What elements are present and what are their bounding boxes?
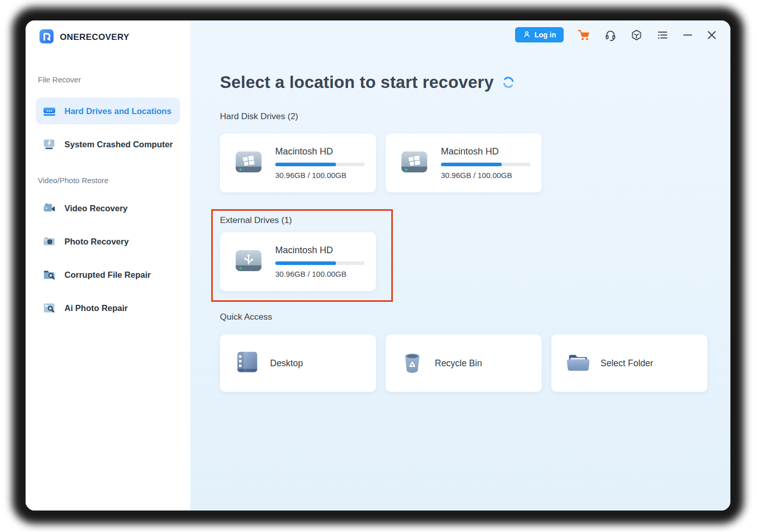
- drive-card-external-macintosh-hd[interactable]: Macintosh HD 30.96GB / 100.00GB: [220, 232, 376, 291]
- drive-usage-text: 30.96GB / 100.00GB: [441, 171, 530, 180]
- sidebar-item-label: System Crashed Computer: [64, 140, 173, 149]
- sidebar-item-label: Ai Photo Repair: [64, 303, 128, 313]
- usb-drive-icon: [234, 248, 263, 275]
- app-title: ONERECOVERY: [60, 32, 129, 42]
- product-cube-icon[interactable]: [630, 29, 643, 41]
- close-button[interactable]: [706, 30, 717, 40]
- sidebar-item-label: Video Recovery: [64, 204, 128, 213]
- app-logo: ONERECOVERY: [26, 29, 190, 46]
- main-panel: Log in: [190, 20, 730, 511]
- desktop-icon: [233, 350, 261, 376]
- sidebar-section-file-recover: File Recover: [26, 75, 190, 84]
- internal-drive-icon: [400, 149, 429, 176]
- sidebar-item-label: Hard Drives and Locations: [64, 106, 171, 116]
- quick-access-label: Recycle Bin: [435, 358, 482, 369]
- section-hard-disk-drives: Hard Disk Drives (2): [220, 112, 730, 122]
- section-quick-access: Quick Access: [220, 312, 730, 322]
- sidebar-item-label: Photo Recovery: [64, 237, 129, 247]
- sidebar-item-video-recovery[interactable]: Video Recovery: [36, 195, 180, 221]
- quick-access-recycle-bin[interactable]: Recycle Bin: [386, 335, 542, 392]
- login-label: Log in: [535, 31, 556, 39]
- recycle-bin-icon: [399, 350, 426, 376]
- photo-repair-icon: [42, 301, 56, 315]
- photo-camera-icon: [42, 235, 56, 248]
- crashed-computer-icon: [42, 138, 56, 151]
- folder-icon: [565, 350, 591, 376]
- menu-list-icon[interactable]: [656, 29, 669, 41]
- quick-access-label: Desktop: [270, 358, 303, 369]
- sidebar-item-system-crashed[interactable]: System Crashed Computer: [36, 131, 180, 158]
- quick-access-desktop[interactable]: Desktop: [220, 335, 376, 392]
- video-camera-icon: [42, 202, 56, 215]
- section-external-drives: External Drives (1): [220, 215, 391, 226]
- headset-support-icon[interactable]: [604, 29, 617, 41]
- folder-repair-icon: [42, 268, 56, 281]
- drive-card-macintosh-hd-1[interactable]: Macintosh HD 30.96GB / 100.00GB: [220, 134, 376, 192]
- quick-access-select-folder[interactable]: Select Folder: [551, 335, 707, 392]
- page-title: Select a location to start recovery: [220, 73, 494, 92]
- sidebar-item-label: Corrupted File Repair: [64, 270, 151, 280]
- sidebar: ONERECOVERY File Recover Hard Drives and…: [26, 20, 190, 511]
- drive-card-macintosh-hd-2[interactable]: Macintosh HD 30.96GB / 100.00GB: [386, 134, 542, 192]
- drive-usage-text: 30.96GB / 100.00GB: [275, 270, 365, 278]
- external-drives-highlight: External Drives (1): [211, 209, 393, 302]
- drive-usage-bar: [275, 163, 365, 166]
- hard-drive-icon: [42, 104, 56, 118]
- sidebar-item-ai-photo-repair[interactable]: Ai Photo Repair: [36, 295, 180, 321]
- quick-access-label: Select Folder: [600, 358, 653, 369]
- drive-usage-bar: [441, 163, 530, 166]
- drive-usage-text: 30.96GB / 100.00GB: [275, 171, 365, 180]
- refresh-icon[interactable]: [502, 76, 515, 89]
- sidebar-item-photo-recovery[interactable]: Photo Recovery: [36, 228, 180, 255]
- minimize-button[interactable]: [682, 30, 693, 40]
- internal-drive-icon: [234, 149, 263, 176]
- sidebar-section-video-photo: Video/Photo Restore: [26, 176, 190, 185]
- app-window: ONERECOVERY File Recover Hard Drives and…: [26, 20, 730, 511]
- sidebar-item-corrupted-file-repair[interactable]: Corrupted File Repair: [36, 261, 180, 288]
- cart-icon[interactable]: [577, 28, 591, 42]
- drive-name: Macintosh HD: [275, 245, 365, 256]
- sidebar-item-hard-drives[interactable]: Hard Drives and Locations: [36, 98, 180, 124]
- drive-usage-bar: [275, 261, 365, 265]
- user-icon: [523, 30, 531, 40]
- logo-icon: [39, 29, 54, 46]
- login-button[interactable]: Log in: [515, 27, 564, 42]
- drive-name: Macintosh HD: [441, 146, 530, 157]
- drive-name: Macintosh HD: [275, 146, 365, 157]
- titlebar-controls: Log in: [515, 27, 717, 42]
